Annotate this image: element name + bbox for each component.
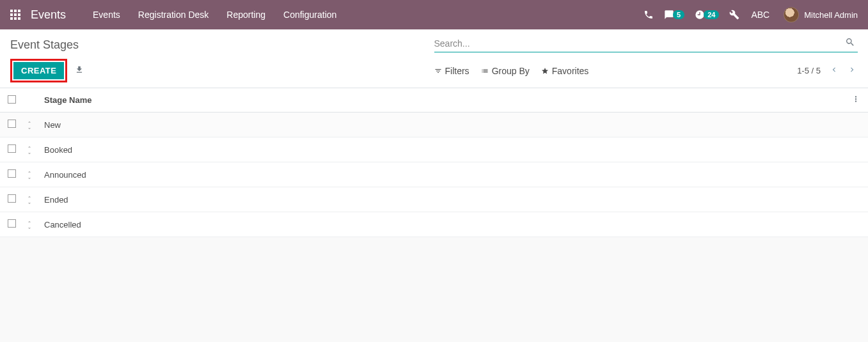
table-row[interactable]: Announced — [0, 162, 868, 187]
company-selector[interactable]: ABC — [745, 0, 776, 29]
stage-name-cell[interactable]: New — [39, 113, 846, 137]
group-by-menu[interactable]: Group By — [481, 66, 530, 76]
list-view: Stage Name NewBookedAnnouncedEndedCancel… — [0, 88, 868, 237]
top-navbar: Events Events Registration Desk Reportin… — [0, 0, 868, 29]
select-all-checkbox[interactable] — [8, 95, 16, 104]
control-panel: Event Stages CREATE Filters — [0, 29, 868, 88]
list-icon — [481, 67, 489, 75]
messages-badge: 5 — [673, 10, 684, 19]
nav-link-reporting[interactable]: Reporting — [217, 0, 274, 29]
nav-link-configuration[interactable]: Configuration — [274, 0, 345, 29]
chevron-left-icon — [830, 65, 839, 74]
debug-icon[interactable] — [724, 0, 745, 29]
drag-handle-icon[interactable] — [26, 119, 33, 132]
table-row[interactable]: Booked — [0, 137, 868, 162]
nav-link-events[interactable]: Events — [84, 0, 129, 29]
columns-menu-icon[interactable] — [851, 96, 860, 105]
drag-handle-icon[interactable] — [26, 219, 33, 231]
stage-name-cell[interactable]: Ended — [39, 187, 846, 212]
drag-handle-icon[interactable] — [26, 194, 33, 206]
table-row[interactable]: New — [0, 113, 868, 137]
activities-icon[interactable]: 24 — [690, 0, 724, 29]
row-checkbox[interactable] — [8, 194, 16, 203]
group-by-label: Group By — [492, 66, 530, 76]
pager-prev[interactable] — [828, 64, 840, 77]
drag-handle-icon[interactable] — [26, 169, 33, 182]
stage-name-cell[interactable]: Booked — [39, 137, 846, 162]
search-bar[interactable] — [434, 37, 858, 52]
row-checkbox[interactable] — [8, 120, 16, 128]
search-icon[interactable] — [842, 37, 858, 49]
activities-badge: 24 — [704, 10, 719, 19]
filters-label: Filters — [445, 66, 470, 76]
chevron-right-icon — [848, 65, 856, 74]
favorites-menu[interactable]: Favorites — [541, 66, 589, 76]
avatar — [784, 7, 799, 22]
user-menu[interactable]: Mitchell Admin — [776, 7, 858, 22]
column-header-stage-name[interactable]: Stage Name — [39, 88, 846, 113]
breadcrumb: Event Stages — [10, 37, 434, 52]
table-row[interactable]: Cancelled — [0, 212, 868, 237]
star-icon — [541, 67, 549, 75]
nav-link-registration-desk[interactable]: Registration Desk — [129, 0, 218, 29]
create-highlight: CREATE — [10, 59, 67, 82]
pager: 1-5 / 5 — [797, 64, 858, 77]
drag-handle-icon[interactable] — [26, 144, 33, 157]
messages-icon[interactable]: 5 — [659, 0, 690, 29]
filters-menu[interactable]: Filters — [434, 66, 470, 76]
funnel-icon — [434, 67, 442, 75]
app-brand[interactable]: Events — [31, 8, 66, 22]
table-row[interactable]: Ended — [0, 187, 868, 212]
search-input[interactable] — [434, 38, 843, 49]
pager-text[interactable]: 1-5 / 5 — [797, 66, 821, 75]
export-icon[interactable] — [72, 63, 86, 79]
create-button[interactable]: CREATE — [13, 62, 64, 79]
stage-name-cell[interactable]: Cancelled — [39, 212, 846, 237]
row-checkbox[interactable] — [8, 169, 16, 178]
apps-icon[interactable] — [10, 10, 20, 20]
phone-icon[interactable] — [638, 0, 659, 29]
favorites-label: Favorites — [552, 66, 589, 76]
row-checkbox[interactable] — [8, 219, 16, 228]
stage-name-cell[interactable]: Announced — [39, 162, 846, 187]
table-header-row: Stage Name — [0, 88, 868, 113]
row-checkbox[interactable] — [8, 144, 16, 153]
pager-next[interactable] — [846, 64, 858, 77]
user-name: Mitchell Admin — [804, 10, 858, 20]
